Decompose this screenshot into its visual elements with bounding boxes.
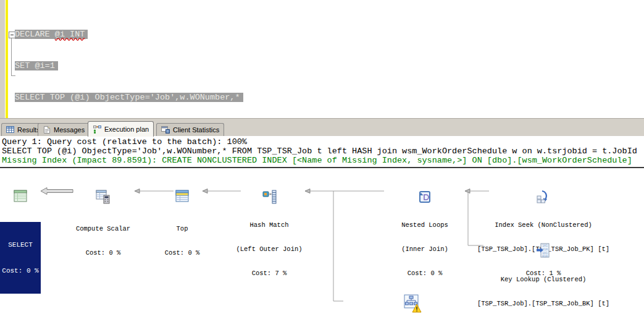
result-grid-icon (14, 190, 27, 202)
index-seek-icon (536, 190, 551, 205)
plan-node-hash-match[interactable]: Hash Match (Left Outer Join) Cost: 7 % (224, 174, 315, 286)
top-icon (175, 190, 189, 202)
tab-execution-plan[interactable]: Execution plan (88, 121, 154, 137)
selected-node-highlight: SELECT Cost: 0 % (0, 222, 41, 294)
plan-node-clustered-index-scan[interactable]: Clustered Index Scan (Clustered) [wsm_Wo… (341, 278, 483, 319)
plan-node-compute-scalar[interactable]: Compute Scalar Cost: 0 % (60, 174, 146, 265)
plan-node-nested-loops[interactable]: Nested Loops (Inner Join) Cost: 0 % (380, 174, 469, 286)
hash-match-icon (262, 190, 277, 205)
plan-node-key-lookup[interactable]: 101 010 101 010 Key Lookup (Clustered) [… (471, 227, 616, 319)
clustered-index-scan-icon (403, 294, 422, 314)
svg-text:010: 010 (542, 254, 548, 258)
ssms-query-window: { "editor": { "lines": { "l1_pre": "DECL… (0, 0, 644, 319)
tab-execution-plan-label: Execution plan (104, 125, 149, 133)
key-lookup-icon: 101 010 101 010 (536, 243, 551, 258)
nested-loops-icon (417, 190, 432, 205)
execution-plan-icon (93, 125, 102, 134)
plan-node-top[interactable]: Top Cost: 0 % (151, 174, 213, 265)
compute-scalar-icon (96, 190, 111, 205)
plan-node-select[interactable]: SELECT Cost: 0 % (0, 174, 41, 302)
